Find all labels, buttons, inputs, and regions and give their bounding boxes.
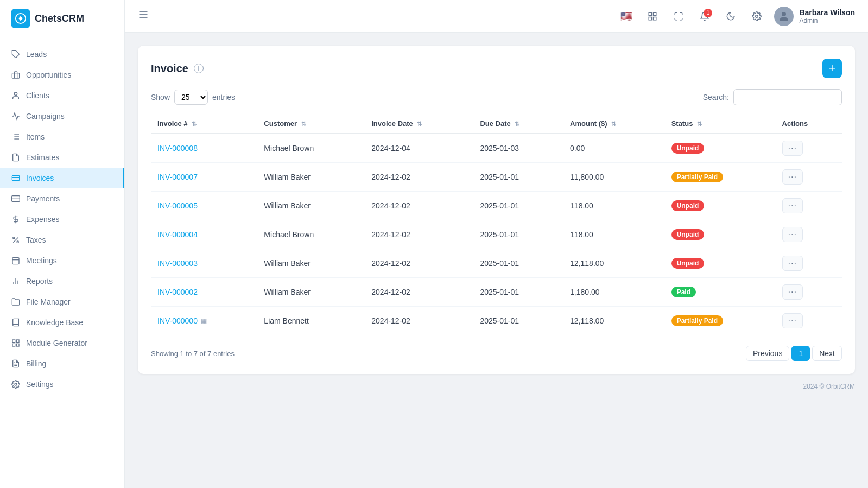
logo-icon [11,9,30,28]
sidebar-item-leads[interactable]: Leads [0,44,124,65]
sidebar-item-knowledge-base[interactable]: Knowledge Base [0,312,124,333]
sidebar-item-label: Opportunities [26,71,71,79]
invoice-date-cell: 2024-12-02 [365,220,473,249]
sidebar-item-label: Billing [26,359,46,368]
sidebar-item-expenses[interactable]: Expenses [0,209,124,230]
invoice-link[interactable]: INV-000003 [157,259,251,268]
next-button[interactable]: Next [812,346,842,361]
invoice-card: Invoice i + Show 10 25 50 100 [138,46,855,374]
sidebar-item-settings[interactable]: Settings [0,374,124,395]
sidebar-item-items[interactable]: Items [0,126,124,147]
svg-rect-36 [654,12,656,15]
row-action-button[interactable]: ··· [782,284,803,300]
sidebar-item-file-manager[interactable]: File Manager [0,291,124,312]
notifications-icon[interactable]: 1 [696,8,713,25]
sidebar-item-payments[interactable]: Payments [0,188,124,209]
svg-rect-37 [649,17,652,20]
invoice-date-cell: 2024-12-02 [365,192,473,220]
customer-cell: William Baker [257,163,365,192]
svg-rect-27 [12,344,15,346]
svg-point-3 [14,92,17,95]
col-invoice-num[interactable]: Invoice # ⇅ [151,114,257,134]
sidebar-item-label: Taxes [26,236,46,244]
sidebar-item-campaigns[interactable]: Campaigns [0,106,124,126]
grid-icon[interactable] [644,8,661,25]
invoice-title-row: Invoice i [151,62,204,75]
svg-point-17 [17,241,18,243]
estimates-icon [11,153,21,162]
invoice-link[interactable]: INV-000004 [157,230,251,239]
show-label: Show [151,93,170,102]
sidebar-item-label: Invoices [26,174,54,182]
sidebar-item-taxes[interactable]: Taxes [0,230,124,250]
flag-icon[interactable]: 🇺🇸 [618,8,635,25]
col-invoice-date[interactable]: Invoice Date ⇅ [365,114,473,134]
col-status[interactable]: Status ⇅ [665,114,776,134]
actions-cell: ··· [776,163,842,192]
due-date-cell: 2025-01-01 [473,220,563,249]
sidebar-item-label: Payments [26,194,60,203]
sidebar-item-opportunities[interactable]: Opportunities [0,65,124,85]
menu-toggle-button[interactable] [138,9,149,23]
due-date-cell: 2025-01-01 [473,192,563,220]
invoice-num-cell: INV-000008 [151,134,257,163]
row-action-button[interactable]: ··· [782,256,803,271]
invoice-link[interactable]: INV-000002 [157,288,251,296]
entries-select[interactable]: 10 25 50 100 [174,90,208,105]
row-action-button[interactable]: ··· [782,198,803,213]
status-cell: Paid [665,278,776,307]
sidebar-item-invoices[interactable]: Invoices [0,168,124,188]
sidebar-nav: LeadsOpportunitiesClientsCampaignsItemsE… [0,37,124,488]
sidebar-item-billing[interactable]: Billing [0,353,124,374]
sidebar-item-estimates[interactable]: Estimates [0,147,124,168]
invoice-link[interactable]: INV-000000 ▦ [157,316,251,325]
clients-icon [11,91,21,100]
amount-cell: 11,800.00 [563,163,665,192]
invoice-link[interactable]: INV-000005 [157,201,251,210]
meetings-icon [11,256,21,265]
row-action-button[interactable]: ··· [782,313,803,328]
invoice-link[interactable]: INV-000008 [157,144,251,153]
user-profile[interactable]: Barbara Wilson Admin [774,7,855,26]
sidebar-item-meetings[interactable]: Meetings [0,250,124,271]
svg-point-39 [756,15,758,17]
svg-rect-26 [16,340,19,343]
info-icon[interactable]: i [194,64,204,73]
table-header: Invoice # ⇅ Customer ⇅ Invoice Date ⇅ Du… [151,114,842,134]
header-right: 🇺🇸 1 [618,7,855,26]
page-1-button[interactable]: 1 [791,346,810,361]
sidebar-item-label: Reports [26,277,53,286]
add-invoice-button[interactable]: + [822,59,842,78]
col-due-date[interactable]: Due Date ⇅ [473,114,563,134]
copy-icon[interactable]: ▦ [201,317,207,325]
invoice-date-cell: 2024-12-02 [365,249,473,278]
due-date-cell: 2025-01-01 [473,163,563,192]
payments-icon [11,194,21,204]
search-input[interactable] [733,89,842,105]
expenses-icon [11,214,21,224]
table-row: INV-000000 ▦ Liam Bennett 2024-12-02 202… [151,307,842,335]
fullscreen-icon[interactable] [670,8,687,25]
dark-mode-icon[interactable] [722,8,739,25]
sidebar-item-clients[interactable]: Clients [0,85,124,106]
sidebar-item-module-generator[interactable]: Module Generator [0,333,124,353]
app-name: ChetsCRM [35,13,84,24]
invoice-header: Invoice i + [151,59,842,78]
search-row: Search: [703,89,842,105]
col-customer[interactable]: Customer ⇅ [257,114,365,134]
sidebar-item-reports[interactable]: Reports [0,271,124,291]
row-action-button[interactable]: ··· [782,227,803,242]
table-row: INV-000003 William Baker 2024-12-02 2025… [151,249,842,278]
row-action-button[interactable]: ··· [782,169,803,185]
previous-button[interactable]: Previous [746,346,789,361]
row-action-button[interactable]: ··· [782,141,803,156]
due-date-cell: 2025-01-01 [473,307,563,335]
customer-cell: William Baker [257,192,365,220]
table-row: INV-000004 Michael Brown 2024-12-02 2025… [151,220,842,249]
sidebar-item-label: Leads [26,50,47,59]
col-amount[interactable]: Amount ($) ⇅ [563,114,665,134]
taxes-icon [11,235,21,245]
pagination: Previous 1 Next [746,346,842,361]
settings-icon[interactable] [748,8,765,25]
invoice-link[interactable]: INV-000007 [157,173,251,181]
